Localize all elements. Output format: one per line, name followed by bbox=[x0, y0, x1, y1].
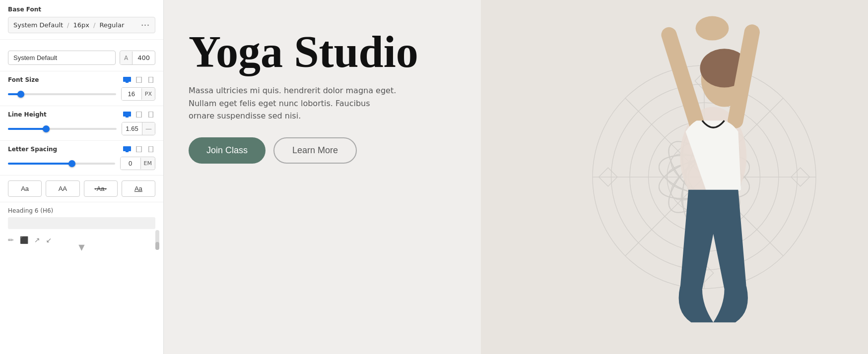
join-class-button[interactable]: Join Class bbox=[189, 137, 266, 164]
font-separator-1: / bbox=[67, 21, 69, 29]
scroll-track[interactable] bbox=[155, 230, 159, 250]
svg-rect-10 bbox=[136, 146, 141, 152]
lh-mobile-icon[interactable] bbox=[146, 111, 155, 118]
tt-btn-strikethrough[interactable]: -Aa- bbox=[84, 180, 118, 197]
scroll-thumb bbox=[155, 242, 159, 250]
lh-tablet-icon[interactable] bbox=[134, 111, 143, 118]
line-height-slider-track[interactable] bbox=[8, 128, 117, 130]
base-font-title: Base Font bbox=[8, 6, 155, 13]
svg-rect-4 bbox=[123, 112, 131, 117]
weight-value: 400 bbox=[133, 51, 155, 64]
hero-content: Yoga Studio Massa ultricies mi quis. hen… bbox=[189, 30, 437, 164]
scroll-down-icon: ▼ bbox=[78, 242, 84, 252]
heading-label: Heading 6 (H6) bbox=[8, 207, 155, 214]
font-size-label: Font Size bbox=[8, 76, 39, 83]
font-separator-2: / bbox=[93, 21, 95, 29]
font-weight-label: Regular bbox=[99, 21, 124, 29]
line-height-slider-thumb[interactable] bbox=[43, 125, 50, 132]
svg-rect-2 bbox=[136, 77, 141, 83]
svg-line-56 bbox=[735, 32, 751, 120]
letter-spacing-slider-fill bbox=[8, 163, 72, 165]
svg-rect-8 bbox=[123, 146, 131, 151]
edit-icon[interactable]: ✏ bbox=[8, 236, 14, 244]
line-height-value-input[interactable] bbox=[122, 122, 142, 135]
svg-rect-7 bbox=[149, 112, 153, 118]
font-family-input[interactable] bbox=[8, 51, 116, 65]
tablet-icon[interactable] bbox=[134, 76, 143, 83]
base-font-menu[interactable]: ··· bbox=[141, 21, 150, 29]
tt-btn-uppercase[interactable]: AA bbox=[46, 180, 79, 197]
letter-spacing-unit: EM bbox=[140, 158, 155, 169]
main-area: AWESOME W Yoga Studio Massa ultricies mi… bbox=[164, 0, 868, 354]
hero-body: Massa ultricies mi quis. hendrerit dolor… bbox=[189, 84, 397, 122]
svg-rect-3 bbox=[149, 77, 153, 83]
svg-line-55 bbox=[669, 35, 697, 123]
font-size-slider-thumb[interactable] bbox=[17, 91, 24, 98]
frame-icon[interactable]: ⬛ bbox=[20, 236, 28, 244]
letter-spacing-control: Letter Spacing bbox=[0, 141, 163, 176]
letter-spacing-slider-thumb[interactable] bbox=[68, 160, 75, 167]
svg-point-57 bbox=[695, 16, 729, 41]
base-font-row[interactable]: System Default / 16px / Regular ··· bbox=[8, 17, 155, 33]
yoga-person-svg bbox=[481, 0, 868, 354]
font-weight-group: A 400 bbox=[120, 51, 155, 65]
mobile-icon[interactable] bbox=[146, 76, 155, 83]
preview-canvas: AWESOME W Yoga Studio Massa ultricies mi… bbox=[164, 0, 868, 354]
import-icon[interactable]: ↙ bbox=[46, 236, 52, 244]
line-height-label: Line Height bbox=[8, 111, 47, 118]
svg-rect-0 bbox=[123, 77, 131, 82]
font-size-label-row: Font Size bbox=[8, 76, 155, 83]
scroll-area: ▼ ✏ ⬛ ↗ ↙ bbox=[0, 234, 163, 254]
line-height-label-row: Line Height bbox=[8, 111, 155, 118]
learn-more-button[interactable]: Learn More bbox=[273, 137, 357, 164]
base-font-name: System Default bbox=[13, 21, 63, 29]
hero-title: Yoga Studio bbox=[189, 30, 437, 74]
font-size-responsive-icons bbox=[123, 76, 155, 83]
left-panel: Base Font System Default / 16px / Regula… bbox=[0, 0, 164, 354]
font-size-value-input[interactable] bbox=[122, 88, 141, 100]
font-selector-section: A 400 bbox=[0, 40, 163, 71]
font-size-control: Font Size bbox=[0, 71, 163, 106]
svg-rect-5 bbox=[126, 117, 129, 118]
weight-label-a: A bbox=[120, 52, 133, 64]
svg-rect-11 bbox=[149, 146, 153, 152]
line-height-slider-row: — bbox=[8, 122, 155, 135]
heading-section: Heading 6 (H6) bbox=[0, 202, 163, 234]
hero-image-area bbox=[481, 0, 868, 354]
svg-rect-1 bbox=[126, 82, 129, 83]
font-selector-row: A 400 bbox=[8, 51, 155, 65]
svg-rect-6 bbox=[136, 112, 141, 118]
line-height-control: Line Height bbox=[0, 106, 163, 141]
font-size-value-group: PX bbox=[121, 87, 155, 101]
text-transform-row: Aa AA -Aa- Aa bbox=[0, 176, 163, 202]
line-height-responsive-icons bbox=[123, 111, 155, 118]
ls-mobile-icon[interactable] bbox=[146, 146, 155, 153]
export-icon[interactable]: ↗ bbox=[34, 236, 40, 244]
tt-btn-sentence[interactable]: Aa bbox=[8, 180, 42, 197]
line-height-value-group: — bbox=[122, 122, 155, 135]
heading-preview-bar bbox=[8, 217, 155, 229]
line-height-dash[interactable]: — bbox=[142, 122, 155, 135]
lh-desktop-icon[interactable] bbox=[123, 111, 132, 118]
letter-spacing-slider-row: EM bbox=[8, 157, 155, 170]
letter-spacing-label: Letter Spacing bbox=[8, 146, 57, 153]
ls-responsive-icons bbox=[123, 146, 155, 153]
svg-rect-9 bbox=[126, 151, 129, 152]
hero-buttons: Join Class Learn More bbox=[189, 137, 437, 164]
font-size-unit: PX bbox=[141, 88, 155, 100]
tt-btn-capitalize[interactable]: Aa bbox=[122, 180, 155, 197]
ls-tablet-icon[interactable] bbox=[134, 146, 143, 153]
letter-spacing-value-group: EM bbox=[120, 157, 155, 170]
font-size-label: 16px bbox=[73, 21, 90, 29]
desktop-icon[interactable] bbox=[123, 76, 132, 83]
base-font-section: Base Font System Default / 16px / Regula… bbox=[0, 0, 163, 40]
font-size-slider-track[interactable] bbox=[8, 93, 116, 95]
ls-desktop-icon[interactable] bbox=[123, 146, 132, 153]
letter-spacing-slider-track[interactable] bbox=[8, 163, 115, 165]
letter-spacing-value-input[interactable] bbox=[121, 157, 140, 170]
letter-spacing-label-row: Letter Spacing bbox=[8, 146, 155, 153]
line-height-slider-fill bbox=[8, 128, 46, 130]
font-size-slider-row: PX bbox=[8, 87, 155, 101]
